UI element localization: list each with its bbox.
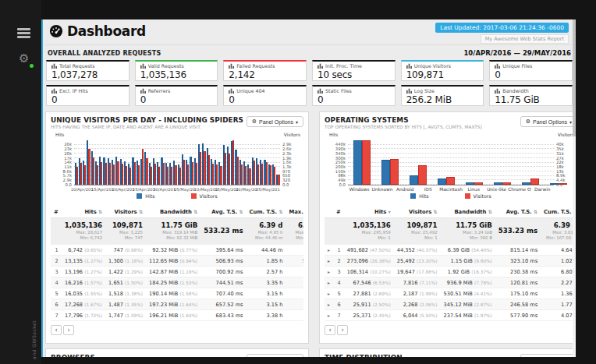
bar-group[interactable] — [516, 140, 545, 185]
stat-card-unique-files: Unique Files 0 — [489, 60, 573, 81]
col-header-avg-t-s-[interactable]: Avg. T.S. ⇅ — [495, 207, 541, 218]
next-page-button[interactable]: › — [63, 325, 74, 335]
panel-options-button[interactable]: ⚙Panel Options▾ — [520, 354, 573, 357]
y-tick-label: 0.0 — [282, 182, 302, 186]
col-header--[interactable]: # — [51, 207, 62, 218]
x-category-label: Android — [394, 186, 417, 192]
x-category-label: Unix-like — [485, 186, 508, 192]
x-category-label: Linux — [463, 186, 485, 192]
table-row: 1 6,742 (0.65%) 747 (0.68%) 92.32 MiB (0… — [51, 245, 303, 256]
col-header-hits[interactable]: Hits ▾ — [344, 207, 394, 218]
legend-item: Visitors — [465, 193, 491, 199]
summary-cell: 11.75 GiBMax: 319.14 MiBMin: 92.32 MiB — [146, 218, 200, 245]
settings-gear-icon[interactable]: ⚙ — [19, 51, 29, 65]
panel-subtitle: HITS HAVING THE SAME IP, DATE AND AGENT … — [51, 125, 243, 129]
col-header-bandwidth[interactable]: Bandwidth ⇅ — [146, 207, 200, 218]
row-expander-icon[interactable]: ▸ — [325, 277, 333, 288]
prev-page-button[interactable]: ‹ — [325, 325, 335, 335]
row-number: 3 — [51, 267, 62, 277]
row-expander-icon[interactable]: ▸ — [325, 310, 333, 321]
expander-column-header — [325, 207, 333, 218]
legend-swatch — [191, 193, 197, 199]
col-header-max-t-s-[interactable]: Max. T.S. ⇅ — [286, 207, 303, 218]
col-header-avg-t-s-[interactable]: Avg. T.S. ⇅ — [200, 207, 246, 218]
legend-item: Hits — [137, 193, 154, 199]
os-chart: Hits Visitors — [348, 140, 554, 186]
y-axis-title-left: Hits — [55, 133, 64, 137]
next-page-button[interactable]: › — [337, 325, 348, 335]
card-value: 0 — [140, 94, 213, 105]
col-header-visitors[interactable]: Visitors ⇅ — [394, 207, 441, 218]
table-row: 7 17,796 (1.72%) 1,747 (1.59%) 196.21 Mi… — [51, 310, 303, 321]
y-tick-label: 49k — [328, 178, 346, 182]
sort-icon: ⇅ — [193, 209, 197, 214]
summary-cell: 6.39 dMax: 4.95 hMin: 44.46 m — [247, 218, 286, 245]
bar-chart-icon — [318, 88, 323, 94]
row-expander-icon[interactable]: ▸ — [325, 288, 333, 299]
y-axis-title-left: Hits — [329, 133, 338, 137]
panel-options-button[interactable]: ⚙Panel Options▾ — [520, 116, 573, 127]
row-expander-icon[interactable]: ▸ — [325, 256, 333, 267]
table-row: ▸4 67,546 (6.53%) 7,816 (7.11%) 936.9 Mi… — [325, 277, 573, 288]
stat-card-unique-404: Unique 404 0 — [223, 85, 307, 106]
visitors-bar — [530, 178, 539, 185]
bar-group[interactable] — [460, 140, 488, 185]
summary-cell: 109,871Max: 3,225Min: 747 — [105, 218, 146, 245]
page-header: Dashboard Last Updated: 2017-03-06 21:24… — [45, 19, 573, 45]
chart-plot[interactable]: 0.02.9k5.7k8.6k11k14k17k20k23k26k0.03206… — [74, 140, 280, 186]
last-updated-badge: Last Updated: 2017-03-06 21:24:36 -0600 — [435, 23, 569, 33]
y-tick-label: 2.6k — [282, 147, 302, 151]
y-tick-label: 35k — [556, 147, 573, 151]
col-header-bandwidth[interactable]: Bandwidth ⇅ — [441, 207, 495, 218]
x-category-label: Unknown — [371, 186, 393, 192]
row-expander-icon[interactable]: ▸ — [325, 245, 333, 256]
legend-item: Visitors — [191, 193, 218, 199]
panel-options-button[interactable]: ⚙Panel Options▾ — [247, 116, 303, 127]
bar-chart-icon — [495, 63, 500, 69]
bar-chart-icon — [318, 63, 323, 69]
col-header--[interactable]: # — [333, 207, 344, 218]
page-title: Dashboard — [67, 23, 146, 39]
sort-icon: ⇅ — [98, 209, 102, 214]
sort-icon: ⇅ — [139, 209, 143, 214]
sidebar: ⚙ and GWSocket — [0, 0, 41, 364]
chart-plot[interactable]: 0.049k98k150k200k250k300k340k390k440k0.0… — [348, 140, 554, 186]
gear-icon: ⚙ — [252, 356, 257, 357]
legend-swatch — [410, 193, 416, 199]
scrollbar[interactable] — [573, 19, 576, 357]
bar-group[interactable] — [432, 140, 460, 185]
col-header-cum-t-s-[interactable]: Cum. T.S. ⇅ — [247, 207, 286, 218]
y-tick-label: 0.0 — [556, 182, 573, 186]
y-axis-title-right: Visitors — [284, 133, 300, 137]
card-value: 0 — [51, 94, 124, 105]
y-tick-label: 26k — [54, 143, 72, 147]
panel-title: TIME DISTRIBUTION — [325, 354, 403, 357]
col-header-cum-t-s-[interactable]: Cum. T.S. ⇅ — [541, 207, 573, 218]
panel-title: OPERATING SYSTEMS — [325, 116, 482, 124]
row-expander-icon[interactable]: ▸ — [325, 267, 333, 277]
card-label: Unique Files — [502, 63, 532, 69]
card-value: 256.2 MiB — [406, 94, 479, 105]
bar-group[interactable] — [488, 140, 516, 185]
row-expander-icon[interactable]: ▸ — [325, 299, 333, 310]
menu-toggle-icon[interactable] — [17, 28, 30, 40]
stat-card-log-size: Log Size 256.2 MiB — [401, 85, 484, 106]
main-content: Dashboard Last Updated: 2017-03-06 21:24… — [43, 19, 576, 357]
bar-group[interactable] — [348, 140, 376, 185]
bar-chart-icon — [51, 88, 57, 94]
panel-unique-visitors: UNIQUE VISITORS PER DAY - INCLUDING SPID… — [45, 111, 309, 344]
bar-group[interactable] — [404, 140, 432, 185]
card-value: 109,871 — [406, 69, 479, 80]
bar-group[interactable] — [376, 140, 404, 185]
panel-options-button[interactable]: ⚙Panel Options▾ — [247, 354, 303, 357]
y-tick-label: 150k — [328, 169, 346, 173]
hits-bar — [494, 182, 502, 185]
prev-page-button[interactable]: ‹ — [51, 325, 62, 335]
col-header-hits[interactable]: Hits ⇅ — [62, 207, 105, 218]
bar-group[interactable] — [276, 140, 280, 185]
table-row: ▸2 273,096 (26.38%) 25,492 (23.20%) 1.15… — [325, 256, 573, 267]
scrollbar-thumb[interactable] — [573, 19, 576, 136]
x-category-label: iOS — [417, 186, 439, 192]
col-header-visitors[interactable]: Visitors ⇅ — [105, 207, 146, 218]
x-tick-label: 25/May/201 — [256, 187, 280, 192]
